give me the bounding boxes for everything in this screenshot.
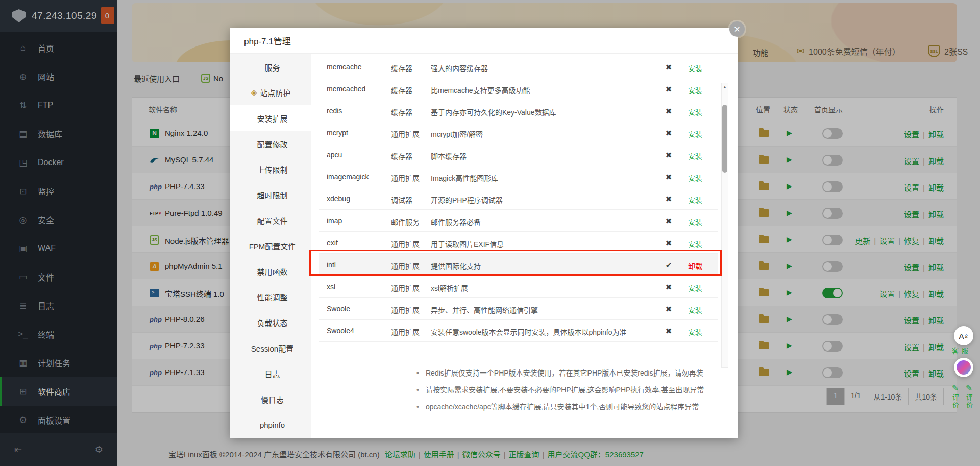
modal-tab[interactable]: Session配置 <box>230 335 311 361</box>
extension-installed-status-icon: ✖ <box>660 283 677 292</box>
extension-description: 比memcache支持更多高级功能 <box>431 85 530 95</box>
modal-tab-label: 配置文件 <box>257 215 287 226</box>
extension-name: imagemagick <box>327 173 369 181</box>
modal-tab[interactable]: 安装扩展 <box>230 105 311 131</box>
extension-action-link[interactable]: 安装 <box>688 129 719 139</box>
extension-type: 缓存器 <box>391 85 412 95</box>
modal-tab[interactable]: phpinfo <box>230 412 311 437</box>
extension-type: 通用扩展 <box>391 129 420 139</box>
extension-installed-status-icon: ✖ <box>660 85 677 94</box>
extension-description: 邮件服务器必备 <box>431 217 481 227</box>
ai-brain-glyph <box>957 360 971 375</box>
feedback-widget-right[interactable]: ✎ 评价 <box>964 383 974 411</box>
extension-action-link[interactable]: 安装 <box>688 217 719 227</box>
modal-scrollbar[interactable]: ▲ <box>721 83 728 368</box>
extension-row: xsl 通用扩展 xsl解析扩展 ✖ 安装 <box>319 276 718 298</box>
extension-name: memcached <box>327 85 365 93</box>
modal-tab-label: 禁用函数 <box>257 266 287 277</box>
extension-row: mcrypt 通用扩展 mcrypt加密/解密 ✖ 安装 <box>319 122 718 144</box>
feedback-widget-left[interactable]: ✎ 评价 <box>950 383 960 411</box>
extension-action-link[interactable]: 安装 <box>688 305 719 315</box>
pencil-icon: ✎ <box>950 383 960 393</box>
extension-name: memcache <box>327 63 361 71</box>
modal-tab[interactable]: 日志 <box>230 361 311 386</box>
modal-tab-label: 安装扩展 <box>257 113 287 124</box>
extension-name: Swoole <box>327 305 350 313</box>
extension-type: 缓存器 <box>391 107 412 117</box>
translate-widget-icon[interactable]: A文 <box>954 326 973 345</box>
pencil-icon: ✎ <box>964 383 974 393</box>
customer-service-link[interactable]: 客服 <box>950 347 969 356</box>
modal-tab-label: Session配置 <box>251 343 293 354</box>
modal-tab[interactable]: 超时限制 <box>230 182 311 207</box>
extension-action-link[interactable]: 安装 <box>688 63 719 73</box>
extension-description: 提供国际化支持 <box>431 261 481 271</box>
extension-name: apcu <box>327 151 342 159</box>
extension-type: 通用扩展 <box>391 239 420 249</box>
feedback-label: 评价 <box>964 394 974 409</box>
scrollbar-thumb[interactable] <box>722 105 727 173</box>
ai-assistant-icon[interactable] <box>954 358 973 377</box>
extension-name: xdebug <box>327 195 350 203</box>
modal-tab-label: FPM配置文件 <box>249 241 296 251</box>
extension-row: exif 通用扩展 用于读取图片EXIF信息 ✖ 安装 <box>319 232 718 254</box>
extension-name: intl <box>327 261 336 269</box>
extension-action-link[interactable]: 安装 <box>688 327 719 337</box>
extension-row: xdebug 调试器 开源的PHP程序调试器 ✖ 安装 <box>319 188 718 210</box>
modal-tab[interactable]: 配置修改 <box>230 131 311 156</box>
extension-row: intl 通用扩展 提供国际化支持 ✔ 卸载 <box>319 254 718 276</box>
extension-action-link[interactable]: 安装 <box>688 283 719 293</box>
modal-tab-label: 上传限制 <box>257 164 287 175</box>
modal-tab-label: 负载状态 <box>257 317 287 328</box>
close-icon[interactable]: ✕ <box>729 21 745 37</box>
extension-description: 开源的PHP程序调试器 <box>431 195 503 205</box>
modal-tab[interactable]: 负载状态 <box>230 310 311 335</box>
modal-tab[interactable]: 上传限制 <box>230 156 311 182</box>
extension-action-link[interactable]: 卸载 <box>688 261 719 271</box>
note-item: opcache/xcache/apc等脚本缓存扩展,请只安装其中1个,否则可能导… <box>415 402 793 412</box>
extension-installed-status-icon: ✖ <box>660 129 677 138</box>
extension-description: 异步、并行、高性能网络通信引擎 <box>431 305 538 315</box>
extension-description: 用于读取图片EXIF信息 <box>431 239 504 249</box>
modal-tab[interactable]: 配置文件 <box>230 207 311 233</box>
note-item: 请按实际需求安装扩展,不要安装不必要的PHP扩展,这会影响PHP执行效率,甚至出… <box>415 385 793 395</box>
modal-title: php-7.1管理 <box>244 34 291 47</box>
modal-tab-label: 超时限制 <box>257 190 287 200</box>
extension-action-link[interactable]: 安装 <box>688 151 719 161</box>
extension-action-link[interactable]: 安装 <box>688 195 719 205</box>
extension-name: mcrypt <box>327 129 348 137</box>
translate-cjk: 文 <box>964 333 969 339</box>
extension-description: mcrypt加密/解密 <box>431 129 483 139</box>
modal-tab[interactable]: ◈ 站点防护 <box>230 80 311 105</box>
extension-row: apcu 缓存器 脚本缓存器 ✖ 安装 <box>319 144 718 166</box>
extension-installed-status-icon: ✖ <box>660 217 677 226</box>
extension-row: Swoole 通用扩展 异步、并行、高性能网络通信引擎 ✖ 安装 <box>319 298 718 320</box>
modal-tab[interactable]: 禁用函数 <box>230 259 311 284</box>
php-manage-modal: php-7.1管理 ✕ 服务 ◈ 站点防护 安装扩展 <box>230 28 738 438</box>
modal-tab-label: 配置修改 <box>257 138 287 149</box>
extension-action-link[interactable]: 安装 <box>688 173 719 183</box>
feedback-label: 评价 <box>950 394 960 409</box>
note-item: Redis扩展仅支持一个PHP版本安装使用，若在其它PHP版本已安装redis扩… <box>415 368 793 378</box>
modal-tab[interactable]: 慢日志 <box>230 386 311 412</box>
extension-type: 缓存器 <box>391 63 412 73</box>
extension-action-link[interactable]: 安装 <box>688 107 719 117</box>
extension-action-link[interactable]: 安装 <box>688 85 719 95</box>
modal-tab[interactable]: FPM配置文件 <box>230 233 311 259</box>
extension-name: redis <box>327 107 342 115</box>
app-root: 47.243.105.29 0 ⌂ 首页 ⊕ 网站 ⇅ FTP <box>0 0 980 466</box>
extension-description: xsl解析扩展 <box>431 283 468 293</box>
extension-action-link[interactable]: 安装 <box>688 239 719 249</box>
modal-tab-label: phpinfo <box>260 421 285 429</box>
extension-type: 通用扩展 <box>391 283 420 293</box>
extension-row: imap 邮件服务 邮件服务器必备 ✖ 安装 <box>319 210 718 232</box>
extension-type: 缓存器 <box>391 151 412 161</box>
extension-panel: memcache 缓存器 强大的内容缓存器 ✖ 安装 memcached 缓存器… <box>311 54 738 438</box>
scroll-up-arrow-icon[interactable]: ▲ <box>722 85 728 89</box>
extension-row: Swoole4 通用扩展 安装任意swoole版本会显示同时安装，具体版本以ph… <box>319 320 718 342</box>
extension-installed-status-icon: ✖ <box>660 173 677 182</box>
extension-description: 强大的内容缓存器 <box>431 63 488 73</box>
extension-name: Swoole4 <box>327 327 354 335</box>
modal-tab[interactable]: 服务 <box>230 54 311 80</box>
modal-tab[interactable]: 性能调整 <box>230 284 311 310</box>
